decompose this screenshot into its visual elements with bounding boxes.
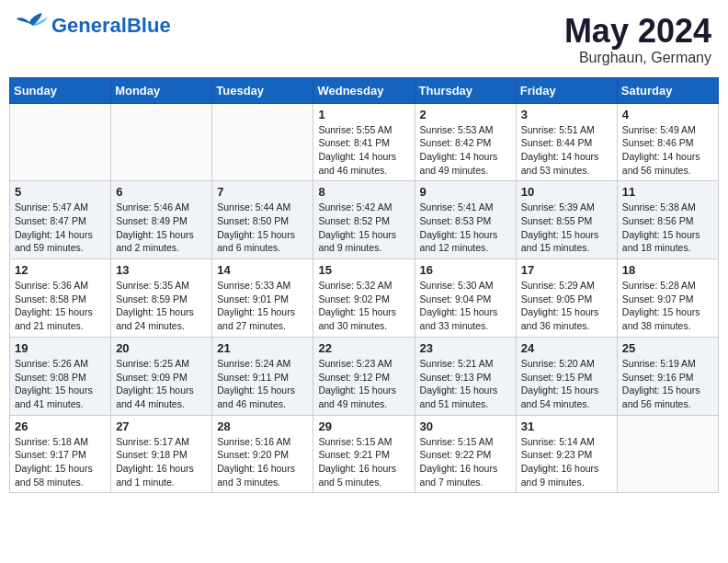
weekday-header-friday: Friday xyxy=(516,77,617,103)
calendar-cell: 3Sunrise: 5:51 AM Sunset: 8:44 PM Daylig… xyxy=(516,103,617,181)
calendar-cell: 22Sunrise: 5:23 AM Sunset: 9:12 PM Dayli… xyxy=(313,337,415,415)
day-info: Sunrise: 5:28 AM Sunset: 9:07 PM Dayligh… xyxy=(622,279,713,333)
calendar-cell: 17Sunrise: 5:29 AM Sunset: 9:05 PM Dayli… xyxy=(516,259,617,338)
logo-blue: Blue xyxy=(127,14,171,37)
day-info: Sunrise: 5:44 AM Sunset: 8:50 PM Dayligh… xyxy=(217,201,308,255)
calendar-table: SundayMondayTuesdayWednesdayThursdayFrid… xyxy=(9,77,719,494)
weekday-header-wednesday: Wednesday xyxy=(313,77,415,103)
day-number: 10 xyxy=(521,185,612,199)
day-number: 9 xyxy=(420,185,511,199)
calendar-cell: 6Sunrise: 5:46 AM Sunset: 8:49 PM Daylig… xyxy=(111,181,212,259)
calendar-subtitle: Burghaun, Germany xyxy=(564,50,711,66)
day-info: Sunrise: 5:15 AM Sunset: 9:22 PM Dayligh… xyxy=(420,435,511,489)
day-number: 21 xyxy=(217,341,308,355)
day-number: 8 xyxy=(318,185,409,199)
calendar-cell: 5Sunrise: 5:47 AM Sunset: 8:47 PM Daylig… xyxy=(10,181,111,259)
calendar-cell: 24Sunrise: 5:20 AM Sunset: 9:15 PM Dayli… xyxy=(516,337,617,415)
day-number: 28 xyxy=(217,419,308,433)
calendar-cell: 13Sunrise: 5:35 AM Sunset: 8:59 PM Dayli… xyxy=(111,259,212,338)
day-number: 19 xyxy=(15,341,106,355)
calendar-cell: 30Sunrise: 5:15 AM Sunset: 9:22 PM Dayli… xyxy=(415,415,516,493)
day-info: Sunrise: 5:23 AM Sunset: 9:12 PM Dayligh… xyxy=(318,357,409,411)
calendar-cell xyxy=(212,103,313,181)
calendar-cell: 11Sunrise: 5:38 AM Sunset: 8:56 PM Dayli… xyxy=(617,181,718,259)
day-info: Sunrise: 5:15 AM Sunset: 9:21 PM Dayligh… xyxy=(318,435,409,489)
day-number: 13 xyxy=(116,263,207,277)
day-number: 20 xyxy=(116,341,207,355)
day-info: Sunrise: 5:33 AM Sunset: 9:01 PM Dayligh… xyxy=(217,279,308,333)
calendar-cell xyxy=(111,103,212,181)
page-container: GeneralBlue May 2024 Burghaun, Germany S… xyxy=(9,9,719,493)
day-info: Sunrise: 5:46 AM Sunset: 8:49 PM Dayligh… xyxy=(116,201,207,255)
day-info: Sunrise: 5:41 AM Sunset: 8:53 PM Dayligh… xyxy=(420,201,511,255)
calendar-cell: 4Sunrise: 5:49 AM Sunset: 8:46 PM Daylig… xyxy=(617,103,718,181)
weekday-header-tuesday: Tuesday xyxy=(212,77,313,103)
day-number: 25 xyxy=(622,341,713,355)
weekday-header-sunday: Sunday xyxy=(10,77,111,103)
day-info: Sunrise: 5:20 AM Sunset: 9:15 PM Dayligh… xyxy=(521,357,612,411)
day-info: Sunrise: 5:38 AM Sunset: 8:56 PM Dayligh… xyxy=(622,201,713,255)
calendar-cell: 12Sunrise: 5:36 AM Sunset: 8:58 PM Dayli… xyxy=(10,259,111,338)
day-info: Sunrise: 5:30 AM Sunset: 9:04 PM Dayligh… xyxy=(420,279,511,333)
calendar-cell: 19Sunrise: 5:26 AM Sunset: 9:08 PM Dayli… xyxy=(10,337,111,415)
logo-general: General xyxy=(51,14,127,37)
calendar-week-row-1: 1Sunrise: 5:55 AM Sunset: 8:41 PM Daylig… xyxy=(10,103,719,181)
calendar-cell: 15Sunrise: 5:32 AM Sunset: 9:02 PM Dayli… xyxy=(313,259,415,338)
calendar-cell: 2Sunrise: 5:53 AM Sunset: 8:42 PM Daylig… xyxy=(415,103,516,181)
day-number: 26 xyxy=(15,419,106,433)
day-number: 15 xyxy=(318,263,409,277)
day-info: Sunrise: 5:47 AM Sunset: 8:47 PM Dayligh… xyxy=(15,201,106,255)
day-number: 4 xyxy=(622,108,713,121)
calendar-cell: 1Sunrise: 5:55 AM Sunset: 8:41 PM Daylig… xyxy=(313,103,415,181)
calendar-cell xyxy=(10,103,111,181)
logo-bird-icon xyxy=(17,13,50,39)
day-info: Sunrise: 5:55 AM Sunset: 8:41 PM Dayligh… xyxy=(318,123,409,178)
calendar-cell: 8Sunrise: 5:42 AM Sunset: 8:52 PM Daylig… xyxy=(313,181,415,259)
calendar-cell: 28Sunrise: 5:16 AM Sunset: 9:20 PM Dayli… xyxy=(212,415,313,493)
calendar-cell: 16Sunrise: 5:30 AM Sunset: 9:04 PM Dayli… xyxy=(415,259,516,338)
calendar-cell: 18Sunrise: 5:28 AM Sunset: 9:07 PM Dayli… xyxy=(617,259,718,338)
calendar-cell: 26Sunrise: 5:18 AM Sunset: 9:17 PM Dayli… xyxy=(10,415,111,493)
day-info: Sunrise: 5:17 AM Sunset: 9:18 PM Dayligh… xyxy=(116,435,207,489)
weekday-header-row: SundayMondayTuesdayWednesdayThursdayFrid… xyxy=(10,77,719,103)
day-info: Sunrise: 5:36 AM Sunset: 8:58 PM Dayligh… xyxy=(15,279,106,333)
day-number: 27 xyxy=(116,419,207,433)
calendar-cell: 29Sunrise: 5:15 AM Sunset: 9:21 PM Dayli… xyxy=(313,415,415,493)
day-info: Sunrise: 5:39 AM Sunset: 8:55 PM Dayligh… xyxy=(521,201,612,255)
calendar-title: May 2024 xyxy=(564,13,711,50)
calendar-cell: 14Sunrise: 5:33 AM Sunset: 9:01 PM Dayli… xyxy=(212,259,313,338)
calendar-week-row-4: 19Sunrise: 5:26 AM Sunset: 9:08 PM Dayli… xyxy=(10,337,719,415)
calendar-week-row-3: 12Sunrise: 5:36 AM Sunset: 8:58 PM Dayli… xyxy=(10,259,719,338)
title-block: May 2024 Burghaun, Germany xyxy=(564,13,711,66)
day-number: 16 xyxy=(420,263,511,277)
day-number: 31 xyxy=(521,419,612,433)
header: GeneralBlue May 2024 Burghaun, Germany xyxy=(9,9,719,70)
calendar-week-row-5: 26Sunrise: 5:18 AM Sunset: 9:17 PM Dayli… xyxy=(10,415,719,493)
logo: GeneralBlue xyxy=(17,13,171,39)
day-number: 2 xyxy=(420,108,511,121)
day-info: Sunrise: 5:14 AM Sunset: 9:23 PM Dayligh… xyxy=(521,435,612,489)
day-info: Sunrise: 5:24 AM Sunset: 9:11 PM Dayligh… xyxy=(217,357,308,411)
day-number: 12 xyxy=(15,263,106,277)
day-number: 11 xyxy=(622,185,713,199)
day-info: Sunrise: 5:32 AM Sunset: 9:02 PM Dayligh… xyxy=(318,279,409,333)
day-info: Sunrise: 5:35 AM Sunset: 8:59 PM Dayligh… xyxy=(116,279,207,333)
day-info: Sunrise: 5:21 AM Sunset: 9:13 PM Dayligh… xyxy=(420,357,511,411)
day-number: 1 xyxy=(318,108,409,121)
day-number: 5 xyxy=(15,185,106,199)
day-number: 18 xyxy=(622,263,713,277)
calendar-cell: 20Sunrise: 5:25 AM Sunset: 9:09 PM Dayli… xyxy=(111,337,212,415)
calendar-cell: 27Sunrise: 5:17 AM Sunset: 9:18 PM Dayli… xyxy=(111,415,212,493)
weekday-header-saturday: Saturday xyxy=(617,77,718,103)
day-number: 6 xyxy=(116,185,207,199)
day-number: 14 xyxy=(217,263,308,277)
day-number: 22 xyxy=(318,341,409,355)
day-number: 30 xyxy=(420,419,511,433)
day-info: Sunrise: 5:42 AM Sunset: 8:52 PM Dayligh… xyxy=(318,201,409,255)
day-number: 3 xyxy=(521,108,612,121)
day-number: 7 xyxy=(217,185,308,199)
day-number: 17 xyxy=(521,263,612,277)
day-info: Sunrise: 5:18 AM Sunset: 9:17 PM Dayligh… xyxy=(15,435,106,489)
day-info: Sunrise: 5:51 AM Sunset: 8:44 PM Dayligh… xyxy=(521,123,612,178)
calendar-cell: 7Sunrise: 5:44 AM Sunset: 8:50 PM Daylig… xyxy=(212,181,313,259)
